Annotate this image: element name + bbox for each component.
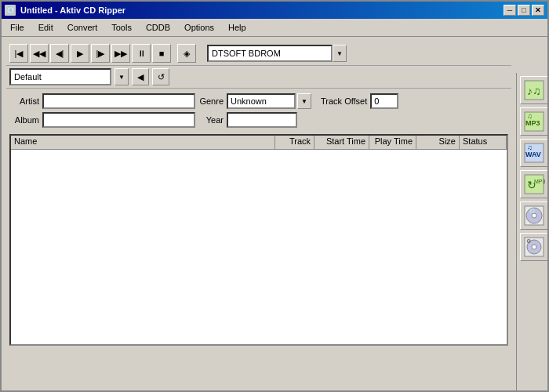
- album-input[interactable]: [42, 112, 195, 128]
- genre-dropdown-button[interactable]: ▼: [297, 93, 311, 109]
- title-bar-controls: ─ □ ✕: [504, 5, 544, 16]
- genre-label: Genre: [198, 96, 224, 106]
- menu-help[interactable]: Help: [223, 20, 252, 34]
- tb-pause[interactable]: ⏸: [132, 44, 151, 63]
- track-list-header: Name Track Start Time Play Time Size Sta…: [11, 136, 507, 150]
- menu-options[interactable]: Options: [179, 20, 220, 34]
- profile-input[interactable]: [9, 68, 111, 85]
- rp-convert-button[interactable]: ↻ MP3: [520, 170, 548, 198]
- meta-row-2: Album Year: [9, 112, 508, 128]
- tb-extra[interactable]: ◈: [177, 44, 196, 63]
- artist-input[interactable]: [42, 93, 195, 109]
- maximize-button[interactable]: □: [518, 5, 530, 16]
- app-title: Untitled - Aktiv CD Ripper: [20, 5, 125, 15]
- profile-back-button[interactable]: ◀: [132, 68, 149, 85]
- col-header-status: Status: [460, 136, 507, 149]
- col-header-track: Track: [275, 136, 314, 149]
- tb-stop[interactable]: ■: [152, 44, 171, 63]
- track-offset-input[interactable]: [370, 93, 398, 109]
- close-button[interactable]: ✕: [532, 5, 544, 16]
- toolbar: |◀ ◀◀ ◀| ▶ |▶ ▶▶ ⏸ ■ ◈ ▼: [6, 42, 511, 66]
- menu-convert[interactable]: Convert: [62, 20, 104, 34]
- col-header-size: Size: [416, 136, 460, 149]
- drive-select-input[interactable]: [207, 45, 333, 62]
- menu-edit[interactable]: Edit: [33, 20, 59, 34]
- rp-mp3-button[interactable]: MP3 ♫: [520, 107, 548, 136]
- profile-row: ▼ ◀ ↺: [6, 66, 511, 89]
- year-label: Year: [198, 115, 224, 125]
- track-list-container: Name Track Start Time Play Time Size Sta…: [9, 134, 508, 346]
- tb-play[interactable]: ▶: [71, 44, 89, 63]
- tb-next[interactable]: |▶: [91, 44, 110, 63]
- svg-text:WAV: WAV: [525, 151, 541, 158]
- menu-bar: File Edit Convert Tools CDDB Options Hel…: [2, 19, 547, 37]
- track-offset-label: Track Offset: [321, 96, 367, 106]
- svg-text:♫: ♫: [527, 112, 533, 120]
- year-input[interactable]: [227, 112, 297, 128]
- menu-cddb[interactable]: CDDB: [140, 20, 176, 34]
- svg-text:♫: ♫: [527, 143, 533, 151]
- artist-label: Artist: [9, 96, 39, 106]
- drive-select-wrap: ▼: [207, 45, 347, 62]
- album-label: Album: [9, 115, 39, 125]
- title-bar: 💿 Untitled - Aktiv CD Ripper ─ □ ✕: [2, 2, 547, 19]
- meta-row-1: Artist Genre ▼ Track Offset: [9, 93, 508, 109]
- svg-text:💿: 💿: [529, 208, 536, 214]
- title-bar-left: 💿 Untitled - Aktiv CD Ripper: [5, 5, 125, 16]
- col-header-play: Play Time: [369, 136, 416, 149]
- content-area: |◀ ◀◀ ◀| ▶ |▶ ▶▶ ⏸ ■ ◈ ▼ ▼ ◀ ↺: [2, 37, 516, 350]
- tb-prev-track[interactable]: ◀◀: [30, 44, 49, 63]
- metadata-section: Artist Genre ▼ Track Offset Album Year: [6, 89, 511, 134]
- minimize-button[interactable]: ─: [504, 5, 516, 16]
- tb-next-track[interactable]: ▶▶: [111, 44, 130, 63]
- track-list-body: [11, 150, 507, 344]
- svg-point-17: [532, 245, 536, 249]
- menu-tools[interactable]: Tools: [106, 20, 137, 34]
- rp-cd-button[interactable]: 💿: [520, 201, 548, 230]
- tb-skip-start[interactable]: |◀: [9, 44, 28, 63]
- genre-input[interactable]: [227, 93, 296, 109]
- profile-dropdown-button[interactable]: ▼: [115, 68, 129, 85]
- svg-point-13: [532, 213, 536, 218]
- rp-tracks-button[interactable]: ♪♫: [520, 76, 548, 104]
- tb-prev[interactable]: ◀|: [50, 44, 69, 63]
- right-panel: ♪♫ MP3 ♫ WAV ♫ ↻ MP3: [516, 73, 549, 392]
- rp-settings-button[interactable]: ⚙: [520, 233, 548, 261]
- drive-dropdown-button[interactable]: ▼: [333, 45, 347, 62]
- main-area: ♪♫ MP3 ♫ WAV ♫ ↻ MP3: [2, 37, 549, 392]
- menu-file[interactable]: File: [5, 20, 30, 34]
- svg-text:♪♫: ♪♫: [527, 85, 541, 97]
- svg-text:MP3: MP3: [525, 119, 540, 127]
- app-icon: 💿: [5, 5, 16, 16]
- profile-refresh-button[interactable]: ↺: [152, 68, 169, 85]
- col-header-start: Start Time: [314, 136, 369, 149]
- svg-text:⚙: ⚙: [526, 238, 531, 244]
- rp-wav-button[interactable]: WAV ♫: [520, 139, 548, 167]
- svg-text:MP3: MP3: [534, 179, 545, 184]
- col-header-name: Name: [11, 136, 275, 149]
